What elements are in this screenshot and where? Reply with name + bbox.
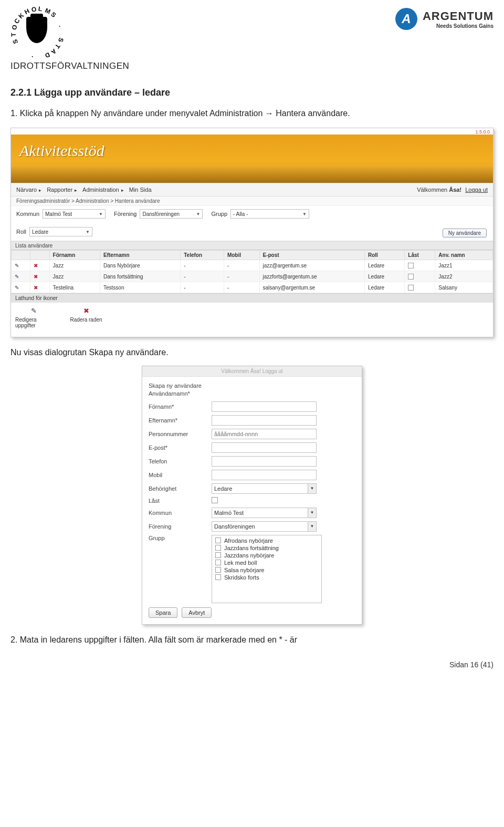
screenshot-create-user-dialog: Välkommen Åsa! Logga ut Skapa ny använda… <box>142 366 362 625</box>
table-header: Låst <box>405 251 435 260</box>
grupp-select[interactable]: - Alla -▼ <box>230 209 309 219</box>
new-user-button[interactable]: Ny användare <box>443 229 487 237</box>
label-grupp: Grupp <box>149 535 212 541</box>
forening-select[interactable]: Dansföreningen▼ <box>140 209 203 219</box>
table-cell: - <box>181 282 224 293</box>
table-cell: Salsany <box>435 282 493 293</box>
telefon-input[interactable] <box>212 456 317 467</box>
table-header <box>30 251 49 260</box>
page-footer: Sidan 16 (41) <box>10 660 494 669</box>
table-cell <box>405 271 435 282</box>
label-efternamn: Efternamn* <box>149 417 212 423</box>
legend-delete: ✖ Radera raden <box>68 307 104 328</box>
legend-edit: ✎ Redigera uppgifter <box>15 307 52 328</box>
table-cell: - <box>224 282 259 293</box>
argentum-logo: A ARGENTUM Needs Solutions Gains <box>395 8 494 30</box>
filter-grupp: Grupp - Alla -▼ <box>211 209 309 219</box>
grupp-option[interactable]: Lek med boll <box>215 559 320 566</box>
tab-narvaro[interactable]: Närvaro▸ <box>16 187 41 193</box>
filter-roll: Roll Ledare▼ <box>16 227 92 236</box>
grupp-option[interactable]: Jazzdans nybörjare <box>215 552 320 559</box>
table-cell: - <box>224 260 259 271</box>
label-telefon: Telefon <box>149 458 212 464</box>
tab-rapporter[interactable]: Rapporter▸ <box>47 187 77 193</box>
table-cell: Jazz2 <box>435 271 493 282</box>
spara-button[interactable]: Spara <box>149 607 177 618</box>
table-header: Efternamn <box>100 251 181 260</box>
label-epost: E-post* <box>149 444 212 451</box>
tab-min-sida[interactable]: Min Sida <box>129 187 152 193</box>
grupp-option[interactable]: Skridsko forts <box>215 574 320 581</box>
delete-icon[interactable]: ✖ <box>34 285 38 291</box>
filter-bar: Kommun Malmö Test▼ Förening Dansförening… <box>11 206 493 241</box>
section-title: 2.2.1 Lägga upp användare – ledare <box>10 87 494 98</box>
fornamn-input[interactable] <box>212 401 317 412</box>
table-cell: Ledare <box>365 260 405 271</box>
table-cell: jazz@argentum.se <box>259 260 365 271</box>
edit-icon[interactable]: ✎ <box>15 274 19 280</box>
grupp-option[interactable]: Salsa nybörjare <box>215 566 320 574</box>
kommun-select-dialog[interactable]: Malmö Test▼ <box>212 508 317 518</box>
label-kommun: Kommun <box>149 510 212 516</box>
list-header: Lista användare <box>11 241 493 250</box>
table-header <box>12 251 30 260</box>
grupp-option[interactable]: Jazzdans fortsättning <box>215 544 320 552</box>
table-cell: ✖ <box>30 271 49 282</box>
table-cell: Dans Nybörjare <box>100 260 181 271</box>
checkbox-icon[interactable] <box>215 567 221 573</box>
locked-checkbox[interactable] <box>408 263 414 268</box>
avbryt-button[interactable]: Avbryt <box>182 607 212 618</box>
delete-icon[interactable]: ✖ <box>34 263 38 268</box>
behorighet-select[interactable]: Ledare▼ <box>212 483 317 494</box>
table-cell: ✎ <box>12 271 30 282</box>
table-cell <box>405 260 435 271</box>
checkbox-icon[interactable] <box>215 574 221 580</box>
delete-icon: ✖ <box>83 307 89 315</box>
kommun-select[interactable]: Malmö Test▼ <box>43 209 106 219</box>
forening-select-dialog[interactable]: Dansföreningen▼ <box>212 521 317 532</box>
legend-header: Lathund för ikoner <box>11 293 493 303</box>
table-cell: salsany@argentum.se <box>259 282 365 293</box>
table-header: Anv. namn <box>435 251 493 260</box>
checkbox-icon[interactable] <box>215 545 221 551</box>
locked-checkbox[interactable] <box>408 274 414 280</box>
table-cell <box>405 282 435 293</box>
table-cell: Dans fortsättning <box>100 271 181 282</box>
label-mobil: Mobil <box>149 472 212 478</box>
table-row: ✎✖JazzDans fortsättning--jazzforts@argen… <box>12 271 493 282</box>
logout-link[interactable]: Logga ut <box>465 187 488 193</box>
delete-icon[interactable]: ✖ <box>34 274 38 280</box>
label-fornamn: Förnamn* <box>149 404 212 410</box>
tab-administration[interactable]: Administration▸ <box>82 187 124 193</box>
mobil-input[interactable] <box>212 470 317 480</box>
label-behorighet: Behörighet <box>149 485 212 492</box>
grupp-option[interactable]: Afrodans nybörjare <box>215 537 320 544</box>
table-cell: Jazz <box>49 271 100 282</box>
table-row: ✎✖TestelinaTestsson--salsany@argentum.se… <box>12 282 493 293</box>
last-checkbox[interactable] <box>212 497 218 503</box>
personnummer-input[interactable] <box>212 429 317 439</box>
screenshot-user-list: 1.5.0.0 Aktivitetsstöd Närvaro▸ Rapporte… <box>10 128 494 337</box>
table-cell: - <box>181 271 224 282</box>
checkbox-icon[interactable] <box>215 552 221 558</box>
between-text: Nu visas dialogrutan Skapa ny användare. <box>10 347 388 358</box>
argentum-brand: ARGENTUM <box>423 9 494 23</box>
roll-select[interactable]: Ledare▼ <box>29 227 92 236</box>
efternamn-input[interactable] <box>212 415 317 426</box>
locked-checkbox[interactable] <box>408 285 414 291</box>
checkbox-icon[interactable] <box>215 537 221 543</box>
dim-header: Välkommen Åsa! Logga ut <box>142 366 362 377</box>
table-cell: - <box>224 271 259 282</box>
argentum-tagline: Needs Solutions Gains <box>423 23 494 29</box>
argentum-mark-icon: A <box>395 8 417 30</box>
checkbox-icon[interactable] <box>215 560 221 565</box>
edit-icon[interactable]: ✎ <box>15 263 19 268</box>
epost-input[interactable] <box>212 442 317 453</box>
app-name: Aktivitetsstöd <box>19 142 485 160</box>
department-name: IDROTTSFÖRVALTNINGEN <box>10 61 494 71</box>
step-1-text: 1. Klicka på knappen Ny användare under … <box>10 108 388 119</box>
edit-icon[interactable]: ✎ <box>15 285 19 291</box>
grupp-listbox[interactable]: Afrodans nybörjareJazzdans fortsättningJ… <box>212 535 322 603</box>
welcome-area: Välkommen Åsa! Logga ut <box>417 187 488 193</box>
user-table: FörnamnEfternamnTelefonMobilE-postRollLå… <box>11 250 493 293</box>
